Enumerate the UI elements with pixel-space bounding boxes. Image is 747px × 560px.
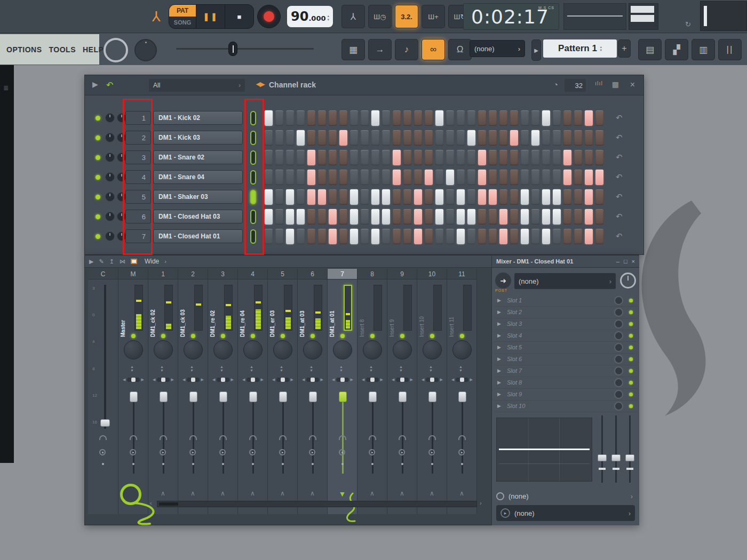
- record-arm-icon[interactable]: [130, 449, 136, 455]
- step-cell[interactable]: [382, 170, 390, 185]
- step-cell[interactable]: [446, 150, 454, 165]
- stereo-sep-control[interactable]: ◀ ▶: [422, 378, 443, 382]
- mixer-strip[interactable]: M Master ▲▼ ◀ ▶ ∧: [118, 269, 148, 514]
- step-cell[interactable]: [595, 150, 603, 165]
- strip-route-icon[interactable]: ▼: [328, 490, 357, 498]
- step-cell[interactable]: [382, 150, 390, 165]
- separator-arrows-icon[interactable]: ▲▼: [399, 365, 403, 372]
- latch-icon[interactable]: [130, 435, 137, 440]
- minimize-icon[interactable]: –: [616, 258, 619, 265]
- record-arm-icon[interactable]: [309, 449, 315, 455]
- step-cell[interactable]: [499, 189, 507, 205]
- channel-rack-window-icon[interactable]: ▥: [692, 39, 715, 60]
- strip-mute-led[interactable]: [430, 334, 434, 338]
- sep-slider-knob[interactable]: [251, 378, 255, 382]
- step-cell[interactable]: [339, 229, 347, 244]
- mixer-strip[interactable]: 11 Insert 11 ▲▼ ◀ ▶ ∧: [447, 269, 477, 514]
- separator-arrows-icon[interactable]: ▲▼: [280, 365, 283, 372]
- step-cell[interactable]: [574, 130, 582, 146]
- sep-slider[interactable]: [396, 378, 408, 382]
- effect-slot[interactable]: ▶ Slot 3: [494, 318, 637, 330]
- strip-fader-handle[interactable]: [160, 391, 168, 402]
- strip-pan-knob[interactable]: [243, 340, 263, 359]
- channel-rack-titlebar[interactable]: ▶ ↶ All › ◄▶ Channel rack ◔ 32 ılıl ▦ ×: [85, 75, 643, 95]
- slot-enable-led[interactable]: [629, 299, 633, 302]
- pattern-stepper[interactable]: ▴▾: [600, 45, 602, 52]
- step-cell[interactable]: [361, 170, 369, 185]
- mixer-panel-titlebar[interactable]: Mixer - DM1 - Closed Hat 01 – □ ×: [492, 255, 639, 268]
- step-cell[interactable]: [350, 150, 358, 165]
- record-arm-icon[interactable]: [160, 449, 166, 455]
- time-display[interactable]: 0:02:17 M.S CS: [463, 3, 559, 30]
- slot-enable-led[interactable]: [629, 393, 633, 396]
- pattern-selector[interactable]: Pattern 1 ▴▾: [543, 39, 617, 58]
- step-cell[interactable]: [435, 229, 443, 244]
- effect-slot[interactable]: ▶ Slot 10: [494, 401, 637, 412]
- sep-slider-knob[interactable]: [340, 378, 345, 382]
- step-cell[interactable]: [499, 150, 507, 165]
- step-cell[interactable]: [339, 130, 347, 146]
- step-cell[interactable]: [457, 209, 465, 225]
- step-cell[interactable]: [499, 130, 507, 146]
- step-cell[interactable]: [542, 130, 550, 146]
- slot-enable-led[interactable]: [629, 404, 633, 408]
- playlist-window-icon[interactable]: ▤: [638, 39, 662, 60]
- step-cell[interactable]: [403, 229, 411, 244]
- effect-slot[interactable]: ▶ Slot 9: [494, 389, 637, 401]
- strip-pan-knob[interactable]: [154, 340, 173, 359]
- pattern-prev-button[interactable]: ▶: [531, 39, 541, 61]
- scroll-right-icon[interactable]: ›: [480, 500, 482, 506]
- record-arm-icon[interactable]: [99, 449, 106, 455]
- step-cell[interactable]: [371, 229, 379, 244]
- separator-arrows-icon[interactable]: ▲▼: [190, 365, 194, 372]
- mixer-strip[interactable]: 8 Insert 8 ▲▼ ◀ ▶ ∧: [357, 269, 387, 514]
- step-cell[interactable]: [510, 209, 518, 225]
- current-fader-handle[interactable]: [100, 419, 110, 427]
- song-mode-button[interactable]: SONG: [169, 17, 196, 28]
- slot-mix-knob[interactable]: [614, 319, 623, 329]
- step-cell[interactable]: [457, 130, 465, 146]
- channel-undo-icon[interactable]: ↶: [616, 212, 623, 221]
- step-cell[interactable]: [393, 189, 401, 205]
- strip-mute-led[interactable]: [191, 334, 195, 338]
- step-cell[interactable]: [329, 229, 337, 244]
- keyboard-editor-icon[interactable]: ▦: [612, 80, 619, 89]
- sep-slider[interactable]: [366, 378, 378, 382]
- step-cell[interactable]: [329, 170, 337, 185]
- strip-mute-led[interactable]: [221, 334, 225, 338]
- mixer-view-label[interactable]: Wide: [145, 258, 159, 265]
- step-cell[interactable]: [467, 150, 475, 165]
- steps-per-bar-display[interactable]: 32: [565, 79, 586, 92]
- step-cell[interactable]: [531, 189, 539, 205]
- step-cell[interactable]: [425, 229, 433, 244]
- step-cell[interactable]: [446, 170, 454, 185]
- step-cell[interactable]: [425, 189, 433, 205]
- stereo-sep-control[interactable]: ◀ ▶: [272, 378, 293, 382]
- step-cell[interactable]: [318, 170, 326, 185]
- channel-filter-dropdown[interactable]: All ›: [149, 79, 245, 92]
- strip-route-icon[interactable]: ∧: [238, 490, 267, 497]
- slot-mix-knob[interactable]: [614, 390, 623, 399]
- step-cell[interactable]: [382, 130, 390, 146]
- channel-activity-led[interactable]: [96, 116, 100, 121]
- insert-source-dropdown[interactable]: (none) ›: [514, 273, 616, 289]
- step-cell[interactable]: [297, 110, 305, 126]
- strip-fader-handle[interactable]: [189, 391, 197, 402]
- color-swatch-icon[interactable]: [131, 259, 137, 264]
- channel-activity-led[interactable]: [96, 175, 100, 180]
- step-cell[interactable]: [574, 170, 582, 185]
- step-cell[interactable]: [585, 170, 593, 185]
- step-cell[interactable]: [329, 150, 337, 165]
- step-cell[interactable]: [574, 150, 582, 165]
- step-cell[interactable]: [339, 170, 347, 185]
- step-cell[interactable]: [297, 170, 305, 185]
- strip-mute-led[interactable]: [161, 334, 165, 338]
- step-cell[interactable]: [542, 229, 550, 244]
- channel-pan-knob[interactable]: [105, 133, 115, 142]
- step-cell[interactable]: [265, 150, 273, 165]
- step-cell[interactable]: [457, 110, 465, 126]
- step-cell[interactable]: [361, 189, 369, 205]
- stereo-sep-control[interactable]: ◀ ▶: [242, 378, 264, 382]
- step-cell[interactable]: [457, 189, 465, 205]
- strip-number[interactable]: 2: [178, 269, 208, 279]
